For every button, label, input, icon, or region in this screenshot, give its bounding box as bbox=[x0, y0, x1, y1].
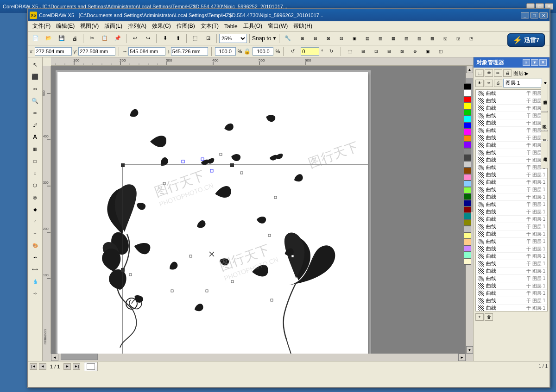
object-list-item-23[interactable]: 曲线于 图层 1 bbox=[476, 260, 547, 268]
prev-page-button[interactable]: ◄ bbox=[39, 363, 46, 370]
object-list-item-9[interactable]: 曲线于 图层 1 bbox=[476, 156, 547, 164]
menu-tools[interactable]: 工具(O) bbox=[240, 21, 265, 31]
xunlei-button[interactable]: ⚡ 迅雷7 bbox=[507, 33, 545, 47]
object-list-item-14[interactable]: 曲线于 图层 1 bbox=[476, 193, 547, 201]
delete-layer-button[interactable]: 🗑 bbox=[485, 313, 493, 321]
paste-button[interactable]: 📌 bbox=[112, 33, 124, 44]
prop-btn-2[interactable]: ⊞ bbox=[357, 46, 369, 57]
object-list[interactable]: 曲线于 图层 1曲线于 图层 1曲线于 图层 1曲线于 图层 1曲线于 图层 1… bbox=[475, 89, 548, 311]
object-list-item-22[interactable]: 曲线于 图层 1 bbox=[476, 253, 547, 260]
color-red[interactable] bbox=[464, 96, 471, 103]
snap-dropdown-icon[interactable]: ▼ bbox=[272, 36, 277, 41]
align-btn-14[interactable]: ◳ bbox=[465, 33, 477, 44]
undo-button[interactable]: ↩ bbox=[129, 33, 141, 44]
layer-icon-2[interactable]: 👁 bbox=[485, 69, 493, 77]
export-button[interactable]: ⬆ bbox=[172, 33, 184, 44]
prop-btn-4[interactable]: ⊟ bbox=[383, 46, 395, 57]
color-blue[interactable] bbox=[464, 122, 471, 129]
align-btn-7[interactable]: ▥ bbox=[374, 33, 386, 44]
color-lavender[interactable] bbox=[464, 245, 471, 252]
angle-input[interactable] bbox=[301, 47, 319, 56]
object-list-item-10[interactable]: 曲线于 图层 1 bbox=[476, 164, 547, 171]
object-list-item-25[interactable]: 曲线于 图层 1 bbox=[476, 275, 547, 282]
object-list-item-2[interactable]: 曲线于 图层 1 bbox=[476, 105, 547, 112]
layer-icon-1[interactable]: ⬚ bbox=[475, 69, 484, 77]
panel-close-button[interactable]: ✕ bbox=[539, 59, 547, 66]
color-orange[interactable] bbox=[464, 135, 471, 142]
app-close-button[interactable]: ✕ bbox=[539, 12, 548, 19]
align-btn-4[interactable]: ⊡ bbox=[335, 33, 348, 44]
object-list-item-3[interactable]: 曲线于 图层 1 bbox=[476, 112, 547, 119]
menu-text[interactable]: 文本(T) bbox=[198, 21, 221, 31]
object-list-item-20[interactable]: 曲线于 图层 1 bbox=[476, 238, 547, 245]
object-list-item-7[interactable]: 曲线于 图层 1 bbox=[476, 142, 547, 149]
width-input[interactable] bbox=[128, 47, 165, 56]
object-list-item-18[interactable]: 曲线于 图层 1 bbox=[476, 223, 547, 230]
object-list-item-28[interactable]: 曲线于 图层 1 bbox=[476, 297, 547, 305]
tool-zoom[interactable]: 🔍 bbox=[29, 95, 41, 106]
lock-icon[interactable]: 🔒 bbox=[244, 48, 251, 55]
color-olive[interactable] bbox=[464, 219, 471, 226]
tool-pen[interactable]: 🖊 bbox=[29, 119, 41, 131]
object-list-item-21[interactable]: 曲线于 图层 1 bbox=[476, 245, 547, 253]
first-page-button[interactable]: |◄ bbox=[30, 363, 37, 370]
align-btn-9[interactable]: ▧ bbox=[400, 33, 412, 44]
new-layer-button[interactable]: + bbox=[475, 313, 484, 321]
tool-connector[interactable]: ⟋ bbox=[29, 216, 41, 227]
color-light-blue[interactable] bbox=[464, 180, 471, 187]
color-teal[interactable] bbox=[464, 213, 471, 219]
open-button[interactable]: 📂 bbox=[43, 33, 55, 44]
side-icon-1[interactable]: 注释吸附 bbox=[541, 84, 548, 112]
rotate-right-button[interactable]: ↻ bbox=[325, 46, 337, 57]
redo-button[interactable]: ↪ bbox=[142, 33, 154, 44]
scale-w-input[interactable] bbox=[215, 47, 236, 56]
tool-shape[interactable]: ⬛ bbox=[29, 71, 41, 82]
align-btn-10[interactable]: ▨ bbox=[413, 33, 425, 44]
object-list-item-5[interactable]: 曲线于 图层 1 bbox=[476, 127, 547, 134]
align-btn-12[interactable]: ◱ bbox=[439, 33, 451, 44]
menu-bitmap[interactable]: 位图(B) bbox=[174, 21, 198, 31]
tool-table[interactable]: ▦ bbox=[29, 143, 41, 155]
color-purple[interactable] bbox=[464, 142, 471, 148]
hscroll-track[interactable] bbox=[58, 354, 458, 361]
tool-crop[interactable]: ✂ bbox=[29, 83, 41, 94]
tool-ellipse[interactable]: ○ bbox=[29, 168, 41, 179]
color-lime[interactable] bbox=[464, 187, 471, 193]
object-list-item-6[interactable]: 曲线于 图层 1 bbox=[476, 134, 547, 142]
save-button[interactable]: 💾 bbox=[56, 33, 68, 44]
align-btn-5[interactable]: ▣ bbox=[348, 33, 360, 44]
color-yellow[interactable] bbox=[464, 103, 471, 109]
scroll-up-button[interactable]: ▲ bbox=[466, 66, 473, 73]
menu-layout[interactable]: 版面(L) bbox=[101, 21, 125, 31]
color-white[interactable] bbox=[464, 90, 471, 96]
object-list-item-13[interactable]: 曲线于 图层 1 bbox=[476, 186, 547, 193]
align-btn-2[interactable]: ⊟ bbox=[310, 33, 322, 44]
prop-btn-5[interactable]: ⊠ bbox=[396, 46, 408, 57]
align-btn-6[interactable]: ▤ bbox=[361, 33, 373, 44]
align-btn-1[interactable]: ⊞ bbox=[297, 33, 309, 44]
color-green[interactable] bbox=[464, 109, 471, 116]
color-brown[interactable] bbox=[464, 168, 471, 174]
color-gray[interactable] bbox=[464, 148, 471, 155]
tool-dimension[interactable]: ↔ bbox=[29, 228, 41, 239]
menu-table[interactable]: Table bbox=[221, 22, 240, 31]
object-list-item-15[interactable]: 曲线于 图层 1 bbox=[476, 201, 547, 208]
tool-polygon[interactable]: ⬡ bbox=[29, 180, 41, 191]
tool-freehand[interactable]: ✏ bbox=[29, 107, 41, 118]
color-peach[interactable] bbox=[464, 239, 471, 245]
align-btn-8[interactable]: ▦ bbox=[387, 33, 399, 44]
prop-btn-1[interactable]: ⬚ bbox=[344, 46, 356, 57]
height-input[interactable] bbox=[171, 47, 208, 56]
object-list-item-19[interactable]: 曲线于 图层 1 bbox=[476, 230, 547, 238]
color-light-yellow[interactable] bbox=[464, 232, 471, 239]
object-list-item-11[interactable]: 曲线于 图层 1 bbox=[476, 171, 547, 179]
app-minimize-button[interactable]: _ bbox=[521, 12, 529, 19]
panel-menu-button[interactable]: ▼ bbox=[531, 59, 538, 66]
tool-interactive-fill[interactable]: ⊹ bbox=[29, 288, 41, 299]
y-input[interactable] bbox=[78, 47, 115, 56]
side-icon-3[interactable]: 引 bbox=[541, 131, 548, 140]
cut-button[interactable]: ✂ bbox=[86, 33, 98, 44]
horizontal-scrollbar[interactable]: ◄ ► bbox=[51, 354, 466, 361]
tool-basic-shapes[interactable]: ◆ bbox=[29, 204, 41, 215]
object-list-item-8[interactable]: 曲线于 图层 1 bbox=[476, 149, 547, 156]
